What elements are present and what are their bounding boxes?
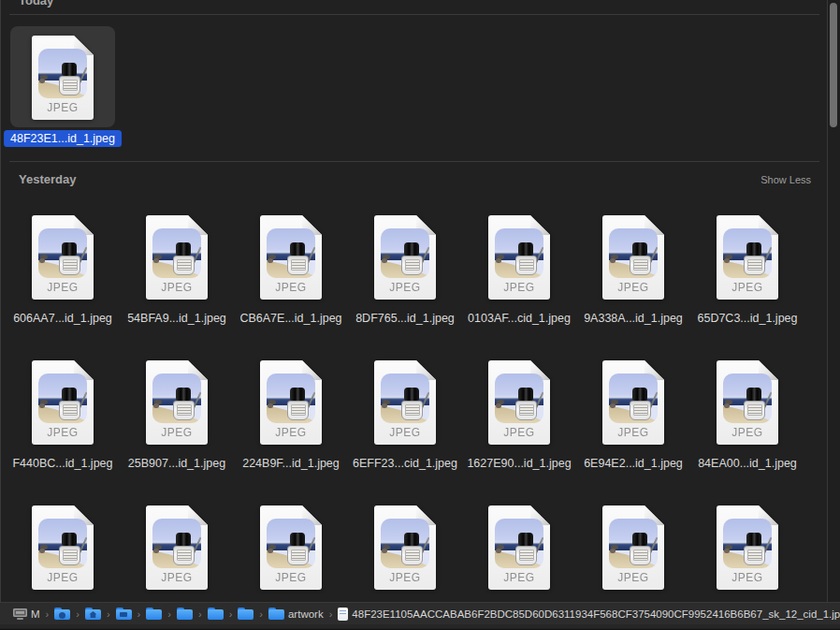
section-header-yesterday: Yesterday [19, 172, 76, 186]
image-thumbnail [267, 228, 315, 278]
file-item[interactable]: JPEG 84EA00...id_1.jpeg [690, 360, 804, 470]
file-type-label: JPEG [717, 281, 778, 294]
folder-icon [208, 608, 224, 620]
path-bar: M › › › › › › › › artwork › 48F23E1105AA… [0, 602, 840, 624]
image-thumbnail [152, 374, 201, 423]
image-thumbnail [723, 519, 772, 568]
file-type-label: JPEG [602, 571, 664, 584]
jpeg-file-icon[interactable]: JPEG [32, 505, 94, 590]
ink-bottle-graphic [59, 63, 83, 96]
file-item[interactable]: JPEG [120, 505, 234, 590]
file-name-label[interactable]: 0103AF...cid_1.jpeg [468, 312, 571, 325]
file-type-label: JPEG [488, 426, 550, 439]
document-icon [338, 608, 348, 621]
file-item[interactable]: JPEG 9A338A...id_1.jpeg [576, 215, 690, 325]
jpeg-file-icon[interactable]: JPEG [146, 505, 208, 590]
path-item-folder-artwork[interactable]: artwork [268, 608, 324, 620]
show-less-button[interactable]: Show Less [760, 174, 811, 185]
file-item[interactable]: JPEG 65D7C3...id_1.jpeg [690, 215, 804, 325]
image-thumbnail [381, 519, 429, 568]
jpeg-file-icon[interactable]: JPEG [260, 215, 322, 300]
file-name-label[interactable]: 54BFA9...id_1.jpeg [127, 312, 226, 325]
file-item[interactable]: JPEG [462, 505, 576, 590]
path-item-folder[interactable] [146, 608, 162, 620]
file-name-label[interactable]: 6EFF23...cid_1.jpeg [353, 457, 457, 470]
path-item-folder[interactable] [116, 608, 132, 620]
file-item[interactable]: JPEG 25B907...id_1.jpeg [120, 360, 234, 470]
jpeg-file-icon[interactable]: JPEG [717, 505, 778, 590]
jpeg-file-icon[interactable]: JPEG [32, 36, 94, 120]
chevron-right-icon: › [167, 608, 172, 620]
jpeg-file-icon[interactable]: JPEG [374, 360, 436, 445]
path-item-computer[interactable]: M [13, 608, 40, 620]
file-name-label[interactable]: F440BC...id_1.jpeg [12, 457, 112, 470]
jpeg-file-icon[interactable]: JPEG [602, 215, 664, 300]
file-name-label[interactable]: CB6A7E...id_1.jpeg [239, 312, 341, 325]
image-thumbnail [495, 374, 543, 423]
file-item[interactable]: JPEG [234, 505, 348, 590]
file-type-label: JPEG [602, 426, 664, 439]
file-item[interactable]: JPEG [576, 505, 690, 590]
jpeg-file-icon[interactable]: JPEG [146, 360, 208, 445]
file-item[interactable]: JPEG [6, 505, 120, 590]
image-thumbnail [152, 519, 201, 568]
file-item[interactable]: JPEG 6EFF23...cid_1.jpeg [348, 360, 462, 470]
path-item-folder[interactable] [85, 608, 101, 620]
selected-file-label[interactable]: 48F23E1...id_1.jpeg [4, 130, 122, 147]
folder-icon [146, 608, 162, 620]
jpeg-file-icon[interactable]: JPEG [717, 215, 778, 300]
path-item-folder[interactable] [177, 608, 193, 620]
file-item[interactable]: JPEG CB6A7E...id_1.jpeg [234, 215, 348, 325]
scrollbar-thumb[interactable] [830, 3, 837, 127]
scrollbar-track[interactable] [827, 0, 840, 602]
path-item-folder[interactable] [54, 608, 70, 620]
folder-icon [85, 608, 101, 620]
file-name-label[interactable]: 8DF765...id_1.jpeg [355, 312, 455, 325]
file-name-label[interactable]: 224B9F...id_1.jpeg [242, 457, 340, 470]
path-item-file[interactable]: 48F23E1105AACCABAB6F2BDC85D60D6311934F56… [338, 608, 840, 621]
file-name-label[interactable]: 84EA00...id_1.jpeg [698, 457, 797, 470]
jpeg-file-icon[interactable]: JPEG [374, 505, 436, 590]
file-type-label: JPEG [146, 571, 208, 584]
path-item-folder[interactable] [238, 608, 253, 620]
file-type-label: JPEG [146, 426, 208, 439]
file-name-label[interactable]: 6E94E2...id_1.jpeg [584, 457, 683, 470]
path-item-folder[interactable] [208, 608, 224, 620]
file-name-label[interactable]: 1627E90...id_1.jpeg [467, 457, 571, 470]
jpeg-file-icon[interactable]: JPEG [146, 215, 208, 300]
file-item[interactable]: JPEG [348, 505, 462, 590]
file-name-label[interactable]: 606AA7...id_1.jpeg [13, 312, 112, 325]
file-item[interactable]: JPEG 8DF765...id_1.jpeg [348, 215, 462, 325]
file-item[interactable]: JPEG 606AA7...id_1.jpeg [6, 215, 120, 325]
chevron-right-icon: › [75, 608, 80, 620]
file-item[interactable]: JPEG 54BFA9...id_1.jpeg [120, 215, 234, 325]
path-file-name: 48F23E1105AACCABAB6F2BDC85D60D6311934F56… [352, 608, 840, 620]
jpeg-file-icon[interactable]: JPEG [602, 360, 664, 445]
chevron-right-icon: › [328, 608, 334, 620]
image-thumbnail [381, 374, 429, 423]
jpeg-file-icon[interactable]: JPEG [602, 505, 664, 590]
file-item[interactable]: JPEG F440BC...id_1.jpeg [6, 360, 120, 470]
file-item[interactable]: JPEG [690, 505, 804, 590]
file-type-label: JPEG [488, 281, 550, 294]
jpeg-file-icon[interactable]: JPEG [488, 215, 550, 300]
jpeg-file-icon[interactable]: JPEG [488, 505, 550, 590]
jpeg-file-icon[interactable]: JPEG [374, 215, 436, 300]
jpeg-file-icon[interactable]: JPEG [260, 360, 322, 445]
file-type-label: JPEG [32, 101, 94, 114]
jpeg-file-icon[interactable]: JPEG [260, 505, 322, 590]
section-divider [9, 14, 819, 15]
file-type-label: JPEG [717, 571, 778, 584]
file-item[interactable]: JPEG 224B9F...id_1.jpeg [234, 360, 348, 470]
chevron-right-icon: › [106, 608, 111, 620]
jpeg-file-icon[interactable]: JPEG [717, 360, 778, 445]
file-item[interactable]: JPEG 1627E90...id_1.jpeg [462, 360, 576, 470]
jpeg-file-icon[interactable]: JPEG [32, 215, 94, 300]
file-name-label[interactable]: 25B907...id_1.jpeg [128, 457, 225, 470]
file-name-label[interactable]: 9A338A...id_1.jpeg [584, 312, 683, 325]
file-name-label[interactable]: 65D7C3...id_1.jpeg [697, 312, 797, 325]
jpeg-file-icon[interactable]: JPEG [488, 360, 550, 445]
file-item[interactable]: JPEG 0103AF...cid_1.jpeg [462, 215, 576, 325]
file-item[interactable]: JPEG 6E94E2...id_1.jpeg [576, 360, 690, 470]
jpeg-file-icon[interactable]: JPEG [32, 360, 94, 445]
